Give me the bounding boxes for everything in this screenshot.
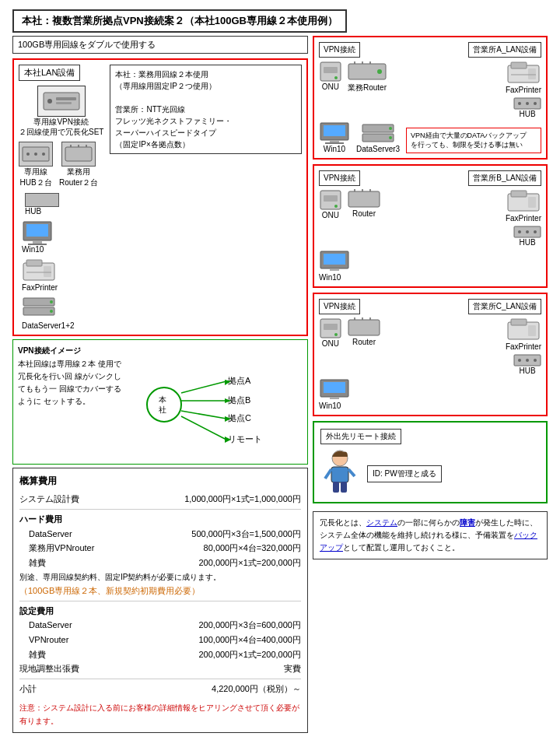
svg-point-41 (334, 76, 338, 79)
svg-point-52 (518, 102, 521, 105)
dataserver3-icon (361, 123, 395, 145)
svg-rect-13 (26, 224, 48, 237)
branch-b-vpn-label: VPN接続 (319, 170, 360, 186)
svg-rect-79 (330, 268, 339, 271)
svg-text:本: 本 (159, 395, 166, 404)
svg-rect-14 (33, 240, 42, 244)
redundancy-system-link[interactable]: システム (366, 518, 397, 527)
branch-a-box: VPN接続 営業所A_LAN設備 ONU (313, 36, 548, 160)
svg-rect-40 (324, 67, 338, 73)
svg-line-29 (181, 411, 226, 419)
svg-rect-17 (26, 260, 42, 266)
onu-b-icon (319, 189, 342, 211)
svg-rect-102 (341, 482, 347, 493)
branch-b-lan-label: 営業所B_LAN設備 (468, 170, 541, 186)
redundancy-failure-link[interactable]: 障害 (460, 518, 475, 527)
svg-text:社: 社 (159, 405, 166, 414)
branch-c-lan-label: 営業所C_LAN設備 (468, 299, 541, 314)
sensen-label: 専用線 (24, 167, 47, 177)
vpn-image-title: VPN接続イメージ (18, 345, 303, 356)
svg-line-27 (181, 381, 226, 393)
fax-a-icon (506, 61, 541, 86)
remote-label: 外出先リモート接続 (320, 429, 401, 444)
vpnrouter-row: 業務用VPNrouter 80,000円×4台=320,000円 (19, 541, 301, 556)
svg-rect-89 (528, 325, 536, 336)
dataserver-honsha-icon (22, 296, 56, 321)
cost-warning: 注意：システム設計に入る前にお客様の詳細情報をヒアリングさせて頂く必要が有ります… (19, 701, 301, 728)
redundancy-text2: の一部に何らかの (397, 518, 460, 527)
win10-c-group: Win10 (319, 378, 541, 410)
svg-text:拠点C: 拠点C (228, 413, 251, 423)
right-panel: VPN接続 営業所A_LAN設備 ONU (313, 36, 548, 733)
onu-a-label: ONU (322, 82, 339, 91)
svg-text:リモート: リモート (228, 434, 262, 444)
note1-orange: （100GB専用線２本、新規契約初期費用必要） (19, 584, 301, 598)
setup-vpn-row: VPNrouter 100,000円×4台=400,000円 (19, 633, 301, 647)
page-title: 本社：複数営業所拠点VPN接続案２（本社100GB専用線２本使用例） (12, 9, 347, 33)
fax-honsha-group: FaxPrinter (22, 258, 103, 292)
svg-point-82 (334, 333, 338, 336)
left-panel: 100GB専用回線をダブルで使用する 本社LAN設備 (12, 36, 308, 733)
svg-rect-96 (330, 397, 339, 399)
hub-b-label: HUB (519, 238, 535, 247)
system-design-row: システム設計費 1,000,000円×1式=1,000,000円 (19, 492, 301, 507)
svg-point-75 (526, 230, 529, 233)
honsha-lan-label: 本社LAN設備 (19, 65, 80, 81)
win10-a-group: Win10 (319, 121, 350, 153)
win10-honsha-label: Win10 (22, 245, 44, 254)
svg-rect-48 (511, 62, 527, 68)
svg-point-46 (377, 69, 382, 74)
win10-b-label: Win10 (319, 273, 341, 282)
svg-point-24 (147, 388, 181, 422)
honsha-description: 本社：業務用回線２本使用 （専用線用固定IP２つ使用） 営業所：NTT光回線 フ… (110, 65, 302, 154)
fax-b-label: FaxPrinter (506, 214, 541, 223)
svg-point-61 (389, 127, 392, 130)
dataserver-honsha-label: DataServer1+2 (22, 321, 75, 330)
svg-rect-64 (324, 195, 338, 202)
vpn-image-desc: 本社回線は専用線２本 使用で冗長化を行い回 線がバンクしてももう一 回線でカバー… (18, 358, 127, 408)
page-container: 本社：複数営業所拠点VPN接続案２（本社100GB専用線２本使用例） 100GB… (0, 0, 560, 738)
dataserver-honsha-group: DataServer1+2 (22, 296, 103, 330)
svg-point-23 (50, 310, 53, 313)
branch-b-router-group: Router (347, 189, 381, 218)
win10-honsha-icon (22, 220, 53, 245)
svg-line-99 (325, 469, 331, 479)
honsha-box: 本社LAN設備 (12, 58, 308, 336)
win10-c-label: Win10 (319, 402, 341, 410)
remote-box: 外出先リモート接続 (313, 421, 548, 503)
branch-c-router-group: Router (347, 317, 381, 346)
hub-icon (22, 145, 50, 163)
hub-b-icon (513, 226, 541, 238)
fax-a-label: FaxPrinter (506, 86, 541, 94)
router-c-label: Router (352, 338, 376, 346)
fax-c-label: FaxPrinter (506, 342, 541, 351)
branch-a-vpn-label: VPN接続 (319, 42, 360, 58)
svg-rect-3 (56, 102, 72, 104)
vpn-sublabel: ２回線使用で冗長化SET (19, 127, 103, 137)
svg-line-30 (181, 416, 226, 440)
win10-b-group: Win10 (319, 250, 541, 282)
svg-rect-81 (324, 324, 338, 330)
svg-rect-98 (331, 467, 348, 482)
svg-text:拠点B: 拠点B (228, 395, 250, 405)
dataserver3-label: DataServer3 (356, 145, 400, 153)
setup-label: 設定費用 (19, 604, 301, 619)
vpn-label: 専用線VPN接続 (33, 117, 89, 127)
svg-rect-72 (528, 197, 536, 208)
sensen-group: 専用線 HUB２台 (19, 142, 53, 188)
router-a-icon (347, 61, 387, 82)
hard-cost-label: ハード費用 (19, 512, 301, 527)
hub-c-label: HUB (519, 366, 535, 375)
svg-point-53 (526, 102, 529, 105)
vpn-image-box: VPN接続イメージ 本社回線は専用線２本 使用で冗長化を行い回 線がバンクしても… (12, 339, 308, 465)
svg-rect-95 (324, 382, 345, 393)
router-label: 業務用 (67, 167, 90, 177)
svg-rect-101 (333, 482, 339, 493)
redundancy-text1: 冗長化とは、 (320, 518, 366, 527)
svg-rect-56 (324, 125, 345, 136)
hub-single-group: HUB (25, 193, 103, 216)
win10-a-label: Win10 (324, 145, 345, 153)
note1: 別途、専用回線契約料、固定IP契約料が必要に成ります。 (19, 570, 301, 584)
svg-rect-66 (348, 191, 380, 207)
hub-c-icon (513, 354, 541, 366)
